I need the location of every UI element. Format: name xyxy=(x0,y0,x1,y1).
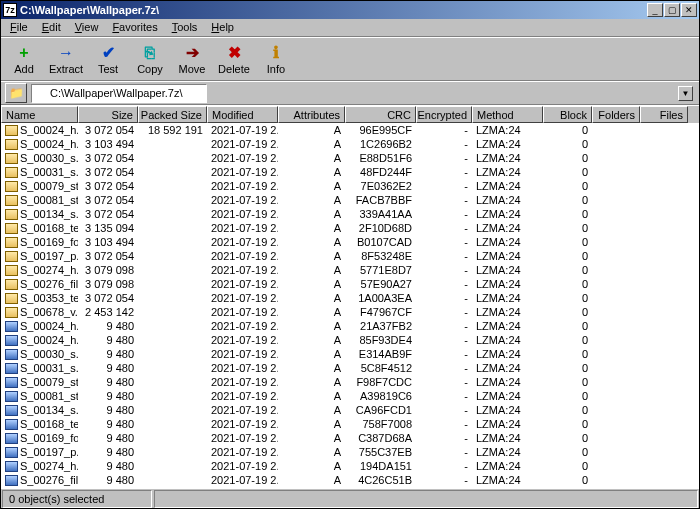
table-row[interactable]: S_00079_st...9 4802021-07-19 2...AF98F7C… xyxy=(1,375,699,389)
table-row[interactable]: S_00168_te...9 4802021-07-19 2...A758F70… xyxy=(1,417,699,431)
table-row[interactable]: S_00353_te...3 072 0542021-07-19 2...A1A… xyxy=(1,291,699,305)
address-input[interactable] xyxy=(31,84,207,103)
cell-mod: 2021-07-19 2... xyxy=(207,334,278,346)
column-header-block[interactable]: Block xyxy=(543,106,592,123)
cell-size: 9 480 xyxy=(78,320,138,332)
file-icon xyxy=(5,461,18,472)
table-row[interactable]: S_00197_p...9 4802021-07-19 2...A755C37E… xyxy=(1,445,699,459)
menubar: FileEditViewFavoritesToolsHelp xyxy=(1,19,699,37)
column-header-files[interactable]: Files xyxy=(640,106,688,123)
table-row[interactable]: S_00081_st...9 4802021-07-19 2...AA39819… xyxy=(1,389,699,403)
cell-attr: A xyxy=(278,348,345,360)
move-button[interactable]: ➔Move xyxy=(173,40,211,78)
address-dropdown-button[interactable]: ▼ xyxy=(678,86,693,101)
table-row[interactable]: S_00024_h...3 072 05418 592 1912021-07-1… xyxy=(1,123,699,137)
delete-button[interactable]: ✖Delete xyxy=(215,40,253,78)
cell-name: S_00274_h... xyxy=(1,264,78,276)
column-header-size[interactable]: Size xyxy=(78,106,138,123)
column-header-name[interactable]: Name xyxy=(1,106,78,123)
cell-meth: LZMA:24 xyxy=(472,446,543,458)
minimize-button[interactable]: _ xyxy=(647,3,663,17)
table-row[interactable]: S_00274_h...3 079 0982021-07-19 2...A577… xyxy=(1,263,699,277)
cell-name: S_00197_p... xyxy=(1,250,78,262)
cell-crc: F98F7CDC xyxy=(345,376,416,388)
tool-label: Test xyxy=(98,63,118,75)
table-row[interactable]: S_00169_fo...3 103 4942021-07-19 2...AB0… xyxy=(1,235,699,249)
menu-edit[interactable]: Edit xyxy=(35,20,68,35)
file-icon xyxy=(5,335,18,346)
cell-block: 0 xyxy=(543,236,592,248)
column-header-psize[interactable]: Packed Size xyxy=(138,106,207,123)
cell-enc: - xyxy=(416,404,472,416)
cell-enc: - xyxy=(416,208,472,220)
cell-name: S_00030_s... xyxy=(1,152,78,164)
cell-attr: A xyxy=(278,194,345,206)
cell-mod: 2021-07-19 2... xyxy=(207,264,278,276)
cell-name: S_00031_s... xyxy=(1,166,78,178)
menu-view[interactable]: View xyxy=(68,20,106,35)
file-icon xyxy=(5,139,18,150)
cell-enc: - xyxy=(416,166,472,178)
file-icon xyxy=(5,223,18,234)
column-header-attr[interactable]: Attributes xyxy=(278,106,345,123)
column-header-mod[interactable]: Modified xyxy=(207,106,278,123)
extract-button[interactable]: →Extract xyxy=(47,40,85,78)
menu-file[interactable]: File xyxy=(3,20,35,35)
maximize-button[interactable]: ▢ xyxy=(664,3,680,17)
cell-enc: - xyxy=(416,278,472,290)
file-icon xyxy=(5,391,18,402)
copy-button[interactable]: ⎘Copy xyxy=(131,40,169,78)
cell-attr: A xyxy=(278,166,345,178)
table-row[interactable]: S_00079_st...3 072 0542021-07-19 2...A7E… xyxy=(1,179,699,193)
cell-attr: A xyxy=(278,474,345,486)
close-button[interactable]: ✕ xyxy=(681,3,697,17)
cell-attr: A xyxy=(278,418,345,430)
table-row[interactable]: S_00024_h...9 4802021-07-19 2...A21A37FB… xyxy=(1,319,699,333)
table-row[interactable]: S_00169_fo...9 4802021-07-19 2...AC387D6… xyxy=(1,431,699,445)
table-row[interactable]: S_00274_h...9 4802021-07-19 2...A194DA15… xyxy=(1,459,699,473)
cell-meth: LZMA:24 xyxy=(472,124,543,136)
column-header-meth[interactable]: Method xyxy=(472,106,543,123)
table-row[interactable]: S_00081_st...3 072 0542021-07-19 2...AFA… xyxy=(1,193,699,207)
column-header-fold[interactable]: Folders xyxy=(592,106,640,123)
add-button[interactable]: +Add xyxy=(5,40,43,78)
table-row[interactable]: S_00031_s...9 4802021-07-19 2...A5C8F451… xyxy=(1,361,699,375)
table-row[interactable]: S_00030_s...3 072 0542021-07-19 2...AE88… xyxy=(1,151,699,165)
column-header-enc[interactable]: Encrypted xyxy=(416,106,472,123)
table-row[interactable]: S_00276_fil...9 4802021-07-19 2...A4C26C… xyxy=(1,473,699,487)
cell-block: 0 xyxy=(543,222,592,234)
cell-mod: 2021-07-19 2... xyxy=(207,292,278,304)
cell-attr: A xyxy=(278,152,345,164)
cell-attr: A xyxy=(278,404,345,416)
table-row[interactable]: S_00276_fil...3 079 0982021-07-19 2...A5… xyxy=(1,277,699,291)
cell-meth: LZMA:24 xyxy=(472,166,543,178)
cell-size: 9 480 xyxy=(78,418,138,430)
table-row[interactable]: S_00134_s...3 072 0542021-07-19 2...A339… xyxy=(1,207,699,221)
table-row[interactable]: S_00030_s...9 4802021-07-19 2...AE314AB9… xyxy=(1,347,699,361)
table-row[interactable]: S_00678_v...2 453 1422021-07-19 2...AF47… xyxy=(1,305,699,319)
cell-mod: 2021-07-19 2... xyxy=(207,152,278,164)
table-row[interactable]: S_00168_te...3 135 0942021-07-19 2...A2F… xyxy=(1,221,699,235)
window-title: C:\Wallpaper\Wallpaper.7z\ xyxy=(20,4,647,16)
test-button[interactable]: ✔Test xyxy=(89,40,127,78)
table-row[interactable]: S_00024_h...9 4802021-07-19 2...A85F93DE… xyxy=(1,333,699,347)
cell-enc: - xyxy=(416,418,472,430)
cell-size: 3 079 098 xyxy=(78,264,138,276)
table-row[interactable]: S_00024_h...3 103 4942021-07-19 2...A1C2… xyxy=(1,137,699,151)
table-row[interactable]: S_00031_s...3 072 0542021-07-19 2...A48F… xyxy=(1,165,699,179)
table-row[interactable]: S_00197_p...3 072 0542021-07-19 2...A8F5… xyxy=(1,249,699,263)
info-button[interactable]: ℹInfo xyxy=(257,40,295,78)
menu-tools[interactable]: Tools xyxy=(165,20,205,35)
cell-mod: 2021-07-19 2... xyxy=(207,320,278,332)
cell-meth: LZMA:24 xyxy=(472,390,543,402)
titlebar[interactable]: 7z C:\Wallpaper\Wallpaper.7z\ _ ▢ ✕ xyxy=(1,1,699,19)
up-button[interactable]: 📁 xyxy=(5,83,27,103)
column-header-crc[interactable]: CRC xyxy=(345,106,416,123)
cell-crc: 2F10D68D xyxy=(345,222,416,234)
cell-meth: LZMA:24 xyxy=(472,348,543,360)
info-icon: ℹ xyxy=(267,44,285,62)
menu-help[interactable]: Help xyxy=(204,20,241,35)
table-row[interactable]: S_00134_s...9 4802021-07-19 2...ACA96FCD… xyxy=(1,403,699,417)
cell-size: 9 480 xyxy=(78,404,138,416)
menu-favorites[interactable]: Favorites xyxy=(105,20,164,35)
